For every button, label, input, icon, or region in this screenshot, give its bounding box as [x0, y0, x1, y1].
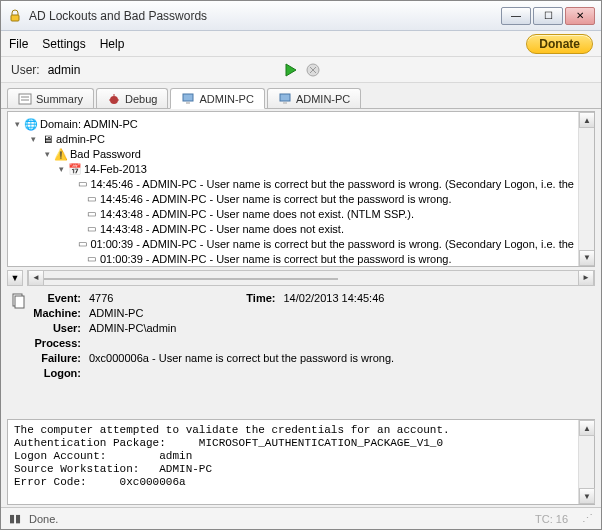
user-value: admin — [48, 63, 168, 77]
tab-debug[interactable]: Debug — [96, 88, 168, 108]
menu-file[interactable]: File — [9, 37, 28, 51]
scroll-thumb[interactable] — [44, 278, 338, 280]
tree-node-reason[interactable]: ▾⚠️Bad Password — [12, 146, 574, 161]
scroll-down-icon[interactable]: ▼ — [579, 250, 595, 266]
svg-rect-15 — [283, 102, 287, 104]
status-bar: ▮▮ Done. TC: 16 ⋰ — [1, 507, 601, 529]
tab-summary[interactable]: Summary — [7, 88, 94, 108]
tab-bar: Summary Debug ADMIN-PC ADMIN-PC — [1, 83, 601, 109]
event-tree[interactable]: ▾🌐Domain: ADMIN-PC ▾🖥admin-PC ▾⚠️Bad Pas… — [8, 112, 578, 266]
close-button[interactable]: ✕ — [565, 7, 595, 25]
document-icon: ▭ — [76, 237, 88, 251]
pane-menu-button[interactable]: ▼ — [7, 270, 23, 286]
svg-rect-5 — [19, 94, 31, 104]
summary-icon — [18, 92, 32, 106]
tree-vscrollbar[interactable]: ▲ ▼ — [578, 112, 594, 266]
svg-rect-14 — [280, 94, 290, 101]
window-title: AD Lockouts and Bad Passwords — [29, 9, 501, 23]
scroll-right-icon[interactable]: ► — [578, 270, 594, 286]
event-label: Event: — [29, 291, 89, 306]
tree-node-host[interactable]: ▾🖥admin-PC — [12, 131, 574, 146]
document-icon: ▭ — [84, 252, 98, 266]
donate-button[interactable]: Donate — [526, 34, 593, 54]
maximize-button[interactable]: ☐ — [533, 7, 563, 25]
play-icon[interactable] — [284, 63, 298, 77]
stop-icon[interactable] — [306, 63, 320, 77]
bug-icon — [107, 92, 121, 106]
app-window: AD Lockouts and Bad Passwords — ☐ ✕ File… — [0, 0, 602, 530]
minimize-button[interactable]: — — [501, 7, 531, 25]
raw-log-pane: The computer attempted to validate the c… — [7, 419, 595, 505]
titlebar[interactable]: AD Lockouts and Bad Passwords — ☐ ✕ — [1, 1, 601, 31]
menu-help[interactable]: Help — [100, 37, 125, 51]
tree-event-row[interactable]: ▭14:43:48 - ADMIN-PC - User name does no… — [12, 206, 574, 221]
computer-icon: 🖥 — [40, 132, 54, 146]
event-value: 4776 — [89, 291, 113, 306]
user-label: User: — [11, 63, 40, 77]
tree-event-row[interactable]: ▭14:45:46 - ADMIN-PC - User name is corr… — [12, 191, 574, 206]
failure-value: 0xc000006a - User name is correct but th… — [89, 351, 394, 366]
status-tc: TC: 16 — [535, 513, 568, 525]
user-value: ADMIN-PC\admin — [89, 321, 176, 336]
resize-grip-icon[interactable]: ⋰ — [582, 512, 593, 525]
svg-rect-13 — [186, 102, 190, 104]
raw-log-text[interactable]: The computer attempted to validate the c… — [8, 420, 578, 504]
tab-adminpc-2[interactable]: ADMIN-PC — [267, 88, 361, 108]
copy-icon[interactable] — [10, 293, 26, 417]
tab-label: ADMIN-PC — [296, 93, 350, 105]
svg-rect-12 — [183, 94, 193, 101]
tree-pane: ▾🌐Domain: ADMIN-PC ▾🖥admin-PC ▾⚠️Bad Pas… — [7, 111, 595, 267]
tree-node-date[interactable]: ▾📅14-Feb-2013 — [12, 161, 574, 176]
computer-icon — [181, 92, 195, 106]
scroll-up-icon[interactable]: ▲ — [579, 112, 595, 128]
svg-marker-1 — [286, 64, 296, 76]
user-row: User: admin — [1, 57, 601, 83]
machine-label: Machine: — [29, 306, 89, 321]
time-value: 14/02/2013 14:45:46 — [283, 291, 384, 306]
tree-event-row[interactable]: ▭14:45:46 - ADMIN-PC - User name is corr… — [12, 176, 574, 191]
tree-event-row[interactable]: ▭01:00:39 - ADMIN-PC - User name is corr… — [12, 236, 574, 251]
tree-event-row[interactable]: ▭14:43:48 - ADMIN-PC - User name does no… — [12, 221, 574, 236]
menu-bar: File Settings Help Donate — [1, 31, 601, 57]
tree-node-domain[interactable]: ▾🌐Domain: ADMIN-PC — [12, 116, 574, 131]
scroll-left-icon[interactable]: ◄ — [28, 270, 44, 286]
machine-value: ADMIN-PC — [89, 306, 143, 321]
menu-settings[interactable]: Settings — [42, 37, 85, 51]
user-label: User: — [29, 321, 89, 336]
svg-rect-17 — [15, 296, 24, 308]
logon-label: Logon: — [29, 366, 89, 381]
document-icon: ▭ — [84, 207, 98, 221]
app-lock-icon — [7, 8, 23, 24]
failure-label: Failure: — [29, 351, 89, 366]
detail-pane: Event: 4776 Time: 14/02/2013 14:45:46 Ma… — [7, 289, 595, 417]
time-label: Time: — [233, 291, 283, 306]
tree-hscrollbar[interactable]: ◄ ► — [27, 270, 595, 286]
svg-rect-0 — [11, 15, 19, 21]
computer-icon — [278, 92, 292, 106]
scroll-up-icon[interactable]: ▲ — [579, 420, 595, 436]
log-vscrollbar[interactable]: ▲ ▼ — [578, 420, 594, 504]
calendar-icon: 📅 — [68, 162, 82, 176]
tab-adminpc-1[interactable]: ADMIN-PC — [170, 88, 264, 109]
tab-label: Debug — [125, 93, 157, 105]
globe-icon: 🌐 — [24, 117, 38, 131]
document-icon: ▭ — [84, 192, 98, 206]
tab-label: Summary — [36, 93, 83, 105]
scroll-down-icon[interactable]: ▼ — [579, 488, 595, 504]
process-label: Process: — [29, 336, 89, 351]
warning-icon: ⚠️ — [54, 147, 68, 161]
status-text: Done. — [29, 513, 58, 525]
document-icon: ▭ — [84, 222, 98, 236]
pause-icon[interactable]: ▮▮ — [9, 512, 21, 525]
svg-point-8 — [110, 96, 118, 104]
tab-label: ADMIN-PC — [199, 93, 253, 105]
document-icon: ▭ — [76, 177, 88, 191]
tree-event-row[interactable]: ▭01:00:39 - ADMIN-PC - User name is corr… — [12, 251, 574, 266]
